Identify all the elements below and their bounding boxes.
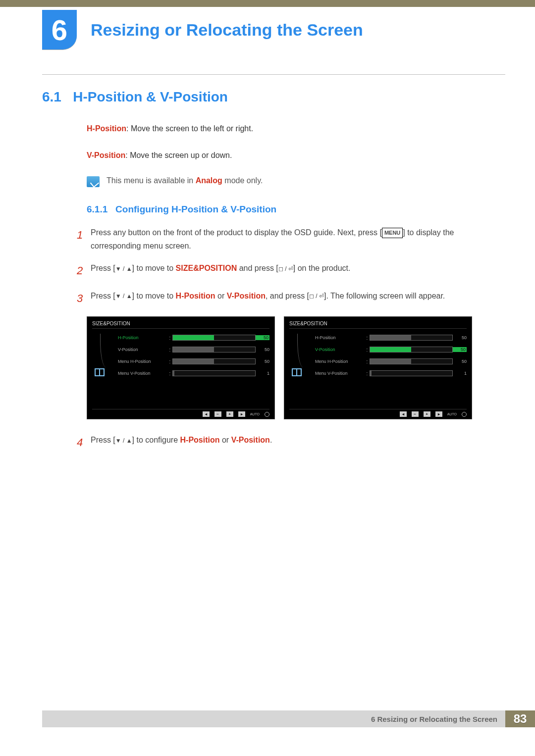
step-1-number: 1 (77, 226, 91, 244)
osd-slider (370, 358, 453, 364)
h-position-term: H-Position (87, 124, 126, 133)
step-3-text-d: ]. The following screen will appear. (324, 292, 445, 300)
step-2-target: SIZE&POSITION (176, 264, 237, 272)
h-position-desc: : Move the screen to the left or right. (126, 124, 253, 133)
note-icon (87, 176, 100, 187)
subsection-name: Configuring H-Position & V-Position (115, 204, 276, 214)
note-mode: Analog (196, 176, 222, 185)
osd-right-rows: H-Position : 50 V-Position : 50 Menu H-P… (315, 334, 467, 381)
subsection-number: 6.1.1 (87, 204, 107, 214)
osd-left: SIZE&POSITION H-Position : 50 V-Position (87, 316, 275, 419)
osd-plus-icon: + (226, 411, 233, 417)
top-strip (0, 0, 535, 7)
step-2-text-b: ] to move to (132, 264, 176, 272)
osd-row-value: 1 (453, 371, 467, 376)
h-position-definition: H-Position: Move the screen to the left … (87, 123, 505, 135)
step-4-text-c: . (270, 436, 272, 444)
osd-auto-label: AUTO (250, 412, 260, 416)
osd-row-value: 1 (256, 371, 269, 376)
osd-row-label: H-Position (118, 335, 167, 340)
osd-row-label: Menu V-Position (118, 371, 167, 376)
chapter-number: 6 (52, 13, 67, 47)
osd-slider (370, 347, 453, 353)
header-divider (42, 74, 505, 75)
step-4-v: V-Position (231, 436, 270, 444)
step-4-or: or (220, 436, 231, 444)
step-2-body: Press [▼ / ▲] to move to SIZE&POSITION a… (91, 261, 505, 275)
step-3-or: or (215, 292, 227, 300)
osd-row-label: Menu H-Position (118, 359, 167, 364)
v-position-desc: : Move the screen up or down. (125, 151, 232, 159)
step-2-number: 2 (77, 261, 91, 280)
step-2-text-a: Press [ (91, 264, 115, 272)
down-up-arrow-icon: ▼ / ▲ (115, 436, 132, 446)
step-3-number: 3 (77, 289, 91, 307)
osd-right-sidebar (289, 334, 304, 381)
subsection-title: 6.1.1 Configuring H-Position & V-Positio… (87, 204, 505, 215)
osd-row: H-Position : 50 (118, 334, 269, 342)
section-name: H-Position & V-Position (73, 89, 228, 104)
osd-row: Menu V-Position : 1 (315, 369, 467, 377)
step-2-text-d: ] on the product. (293, 264, 351, 272)
source-enter-icon: ◻ / ⏎ (309, 291, 324, 301)
chapter-number-badge: 6 (42, 10, 77, 50)
step-1-body: Press any button on the front of the pro… (91, 226, 505, 252)
note-suffix: mode only. (222, 176, 263, 185)
osd-left-title: SIZE&POSITION (92, 321, 269, 329)
osd-row: V-Position : 50 (315, 346, 467, 353)
osd-power-icon (462, 412, 467, 417)
osd-row: Menu H-Position : 50 (118, 357, 269, 365)
osd-row-value: 50 (453, 347, 467, 352)
osd-right: SIZE&POSITION H-Position : 50 V-Position (284, 316, 472, 419)
step-4-h: H-Position (180, 436, 220, 444)
osd-row-value: 50 (453, 335, 467, 340)
osd-slider (370, 370, 453, 376)
osd-left-rows: H-Position : 50 V-Position : 50 Menu H-P… (118, 334, 269, 381)
osd-slider (172, 358, 256, 364)
v-position-definition: V-Position: Move the screen up or down. (87, 150, 505, 161)
step-1-text-a: Press any button on the front of the pro… (91, 228, 382, 237)
osd-minus-icon: − (412, 411, 419, 417)
osd-slider (172, 370, 256, 376)
step-3-body: Press [▼ / ▲] to move to H-Position or V… (91, 289, 505, 302)
osd-play-icon: ▸ (435, 411, 442, 417)
source-enter-icon: ◻ / ⏎ (278, 264, 293, 274)
step-3-text-c: , and press [ (266, 292, 309, 300)
footer-page-number: 83 (505, 710, 535, 727)
osd-play-icon: ▸ (238, 411, 245, 417)
osd-row-label: H-Position (315, 335, 365, 340)
osd-row-label: Menu V-Position (315, 371, 365, 376)
osd-left-footer: ◂ − + ▸ AUTO (92, 409, 269, 417)
osd-position-icon (292, 368, 302, 376)
down-up-arrow-icon: ▼ / ▲ (115, 291, 132, 301)
osd-row-label: Menu H-Position (315, 359, 365, 364)
osd-minus-icon: − (214, 411, 221, 417)
osd-plus-icon: + (424, 411, 430, 417)
step-2-text-c: and press [ (237, 264, 278, 272)
osd-screens-row: SIZE&POSITION H-Position : 50 V-Position (87, 316, 505, 419)
section-title: 6.1 H-Position & V-Position (42, 89, 505, 105)
menu-key-icon: MENU (382, 228, 403, 238)
osd-slider (172, 335, 256, 341)
osd-row-value: 50 (256, 347, 269, 352)
step-3-h: H-Position (176, 292, 215, 300)
footer-band: 6 Resizing or Relocating the Screen 83 (42, 710, 535, 727)
v-position-term: V-Position (87, 151, 125, 159)
section-number: 6.1 (42, 89, 61, 104)
osd-row: H-Position : 50 (315, 334, 467, 342)
osd-row: Menu H-Position : 50 (315, 357, 467, 365)
step-4-text-b: ] to configure (132, 436, 180, 444)
note-row: This menu is available in Analog mode on… (87, 176, 505, 187)
osd-slider (370, 335, 453, 341)
note-text: This menu is available in Analog mode on… (107, 176, 263, 185)
chapter-title: Resizing or Relocating the Screen (91, 20, 363, 40)
osd-row: V-Position : 50 (118, 346, 269, 353)
step-3: 3 Press [▼ / ▲] to move to H-Position or… (77, 289, 505, 307)
osd-position-icon (95, 368, 105, 376)
osd-row-label: V-Position (118, 347, 167, 352)
step-4-text-a: Press [ (91, 436, 115, 444)
step-3-text-b: ] to move to (132, 292, 176, 300)
step-4-number: 4 (77, 433, 91, 452)
osd-left-sidebar (92, 334, 107, 381)
step-1: 1 Press any button on the front of the p… (77, 226, 505, 252)
